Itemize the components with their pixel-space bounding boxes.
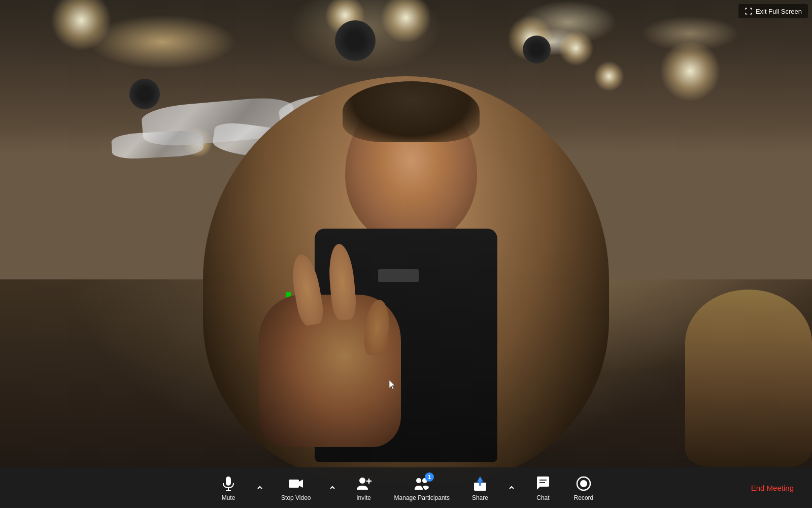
invite-label: Invite bbox=[356, 494, 371, 501]
toolbar: Mute Stop Video bbox=[0, 467, 812, 508]
participants-badge: 1 bbox=[425, 472, 434, 482]
share-icon bbox=[472, 475, 488, 492]
svg-rect-0 bbox=[226, 477, 231, 486]
chevron-up-icon bbox=[257, 485, 263, 491]
ceiling-pipe bbox=[523, 36, 551, 64]
stop-video-group: Stop Video bbox=[271, 470, 344, 505]
cursor bbox=[389, 380, 396, 390]
light-spot bbox=[660, 41, 721, 102]
record-icon-area bbox=[574, 474, 593, 493]
ceiling-pipe bbox=[129, 79, 160, 109]
svg-rect-12 bbox=[479, 481, 481, 486]
microphone-icon bbox=[220, 475, 236, 492]
mute-icon-area bbox=[219, 474, 238, 493]
background-person bbox=[685, 290, 812, 467]
mute-label: Mute bbox=[222, 494, 235, 501]
record-label: Record bbox=[574, 494, 594, 501]
chat-label: Chat bbox=[536, 494, 549, 501]
chat-icon bbox=[535, 475, 551, 492]
logo-area bbox=[378, 269, 419, 282]
light-spot bbox=[558, 30, 594, 66]
record-button[interactable]: Record bbox=[563, 470, 604, 505]
mute-chevron-button[interactable] bbox=[249, 474, 271, 501]
video-chevron-icon bbox=[323, 479, 342, 497]
manage-participants-label: Manage Participants bbox=[394, 494, 450, 501]
end-meeting-button[interactable]: End Meeting bbox=[743, 480, 802, 496]
end-meeting-label: End Meeting bbox=[751, 484, 794, 492]
exit-fullscreen-label: Exit Full Screen bbox=[756, 8, 802, 15]
share-chevron-button[interactable] bbox=[500, 474, 523, 501]
share-label: Share bbox=[472, 494, 488, 501]
person-overlay bbox=[244, 81, 573, 462]
chat-button[interactable]: Chat bbox=[523, 470, 563, 505]
svg-point-8 bbox=[416, 478, 421, 483]
light-spot bbox=[594, 61, 624, 91]
svg-point-5 bbox=[359, 478, 365, 484]
invite-button[interactable]: Invite bbox=[344, 470, 384, 505]
chevron-up-icon-2 bbox=[329, 485, 335, 491]
video-icon-area bbox=[287, 474, 305, 493]
share-button[interactable]: Share bbox=[460, 470, 500, 505]
exit-fullscreen-button[interactable]: Exit Full Screen bbox=[738, 4, 808, 18]
invite-icon bbox=[356, 475, 372, 492]
svg-rect-3 bbox=[289, 480, 299, 488]
chevron-up-icon-3 bbox=[509, 485, 515, 491]
video-camera-icon bbox=[288, 475, 304, 492]
share-icon-area bbox=[471, 474, 489, 493]
stop-video-label: Stop Video bbox=[281, 494, 311, 501]
person-hair bbox=[343, 81, 480, 142]
share-group: Share bbox=[460, 470, 523, 505]
manage-participants-button[interactable]: 1 Manage Participants bbox=[384, 470, 460, 505]
svg-point-16 bbox=[580, 480, 587, 487]
record-icon bbox=[576, 475, 592, 492]
invite-icon-area bbox=[355, 474, 373, 493]
mute-group: Mute bbox=[208, 470, 271, 505]
stop-video-button[interactable]: Stop Video bbox=[271, 470, 321, 505]
video-chevron-button[interactable] bbox=[321, 474, 344, 501]
chat-icon-area bbox=[534, 474, 552, 493]
video-container: Exit Full Screen Mute bbox=[0, 0, 812, 508]
svg-marker-4 bbox=[299, 480, 303, 488]
share-chevron-icon bbox=[502, 479, 521, 497]
mute-chevron-icon bbox=[251, 479, 269, 497]
mute-button[interactable]: Mute bbox=[208, 470, 249, 505]
participants-icon-area: 1 bbox=[413, 474, 431, 493]
fullscreen-icon bbox=[745, 7, 753, 15]
ceiling-pipe bbox=[335, 20, 376, 61]
